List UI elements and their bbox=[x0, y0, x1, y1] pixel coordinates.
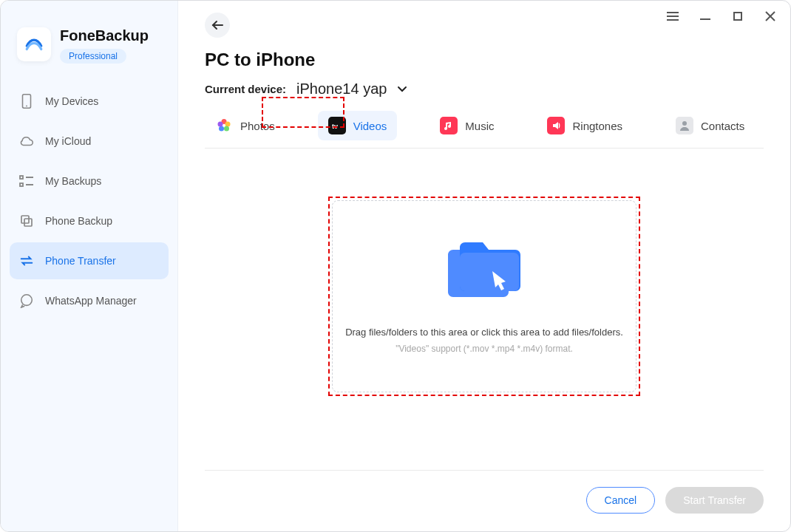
folder-upload-icon bbox=[444, 239, 525, 309]
back-button[interactable] bbox=[205, 13, 230, 38]
svg-point-15 bbox=[219, 126, 224, 132]
tab-label: Videos bbox=[353, 120, 387, 132]
sidebar-item-label: WhatsApp Manager bbox=[45, 295, 137, 307]
tab-videos[interactable]: tv Videos bbox=[318, 111, 398, 140]
brand-logo bbox=[17, 27, 51, 61]
drop-formats: "Videos" support (*.mov *.mp4 *.m4v) for… bbox=[396, 344, 573, 354]
app-window: FoneBackup Professional My Devices My iC… bbox=[0, 0, 791, 532]
cloud-icon bbox=[18, 133, 35, 149]
main-content: PC to iPhone Current device: iPhone14 ya… bbox=[178, 1, 790, 531]
svg-point-18 bbox=[682, 121, 687, 126]
drop-files-area[interactable]: Drag files/folders to this area or click… bbox=[332, 200, 636, 392]
sidebar-nav: My Devices My iCloud My Backups Phone Ba… bbox=[1, 83, 177, 319]
current-device-name[interactable]: iPhone14 yap bbox=[296, 81, 387, 98]
tab-label: Music bbox=[465, 120, 494, 132]
sidebar-item-phone-backup[interactable]: Phone Backup bbox=[10, 202, 169, 239]
contacts-icon bbox=[676, 117, 693, 134]
svg-rect-5 bbox=[20, 183, 23, 186]
tab-contacts[interactable]: Contacts bbox=[665, 111, 755, 140]
sidebar-item-label: My Backups bbox=[45, 175, 101, 187]
sidebar-item-label: My Devices bbox=[45, 95, 98, 107]
svg-text:tv: tv bbox=[332, 123, 338, 130]
back-arrow-icon bbox=[211, 20, 223, 30]
tab-label: Ringtones bbox=[572, 120, 622, 132]
music-icon bbox=[440, 117, 458, 134]
current-device-row: Current device: iPhone14 yap bbox=[205, 81, 764, 98]
tab-photos[interactable]: Photos bbox=[205, 111, 285, 140]
page-title: PC to iPhone bbox=[205, 50, 764, 70]
svg-rect-9 bbox=[24, 219, 32, 226]
chat-icon bbox=[18, 293, 35, 309]
sidebar-item-label: Phone Backup bbox=[45, 215, 112, 227]
footer: Cancel Start Transfer bbox=[205, 470, 764, 514]
cancel-button[interactable]: Cancel bbox=[586, 487, 656, 514]
svg-rect-4 bbox=[20, 176, 23, 179]
sidebar-item-my-icloud[interactable]: My iCloud bbox=[10, 123, 169, 160]
current-device-label: Current device: bbox=[205, 83, 286, 95]
photos-icon bbox=[215, 117, 233, 134]
copy-icon bbox=[18, 213, 35, 229]
sidebar: FoneBackup Professional My Devices My iC… bbox=[1, 1, 178, 531]
sidebar-item-my-backups[interactable]: My Backups bbox=[10, 163, 169, 200]
sidebar-item-phone-transfer[interactable]: Phone Transfer bbox=[10, 242, 169, 279]
svg-point-10 bbox=[21, 295, 33, 306]
svg-rect-8 bbox=[21, 216, 29, 223]
tab-label: Photos bbox=[240, 120, 275, 132]
phone-icon bbox=[18, 93, 35, 109]
brand-name: FoneBackup bbox=[60, 27, 149, 44]
sidebar-item-label: My iCloud bbox=[45, 135, 91, 147]
tab-label: Contacts bbox=[701, 120, 744, 132]
svg-point-13 bbox=[225, 122, 231, 127]
transfer-icon bbox=[18, 253, 35, 269]
sidebar-item-label: Phone Transfer bbox=[45, 255, 116, 267]
tab-music[interactable]: Music bbox=[430, 111, 504, 140]
brand-tier-badge: Professional bbox=[60, 49, 126, 64]
start-transfer-button[interactable]: Start Transfer bbox=[665, 487, 764, 514]
list-icon bbox=[18, 173, 35, 189]
tab-ringtones[interactable]: Ringtones bbox=[537, 111, 633, 140]
category-tabs: Photos tv Videos Music Ringtones bbox=[205, 111, 764, 149]
svg-point-3 bbox=[26, 106, 27, 107]
brand: FoneBackup Professional bbox=[1, 16, 177, 83]
chevron-down-icon[interactable] bbox=[397, 83, 407, 95]
svg-point-14 bbox=[224, 126, 229, 132]
sidebar-item-whatsapp-manager[interactable]: WhatsApp Manager bbox=[10, 282, 169, 319]
drop-area-container: Drag files/folders to this area or click… bbox=[205, 149, 764, 470]
ringtone-icon bbox=[547, 117, 565, 134]
videos-icon: tv bbox=[328, 117, 346, 134]
brand-logo-icon bbox=[24, 35, 44, 54]
svg-point-16 bbox=[218, 122, 223, 127]
sidebar-item-my-devices[interactable]: My Devices bbox=[10, 83, 169, 120]
drop-instruction: Drag files/folders to this area or click… bbox=[345, 327, 623, 338]
